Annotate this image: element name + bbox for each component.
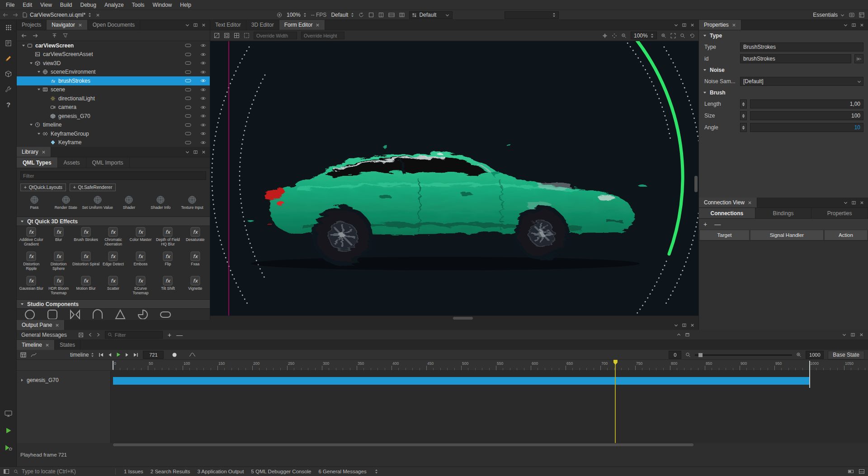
caret-down-icon[interactable] — [36, 132, 42, 136]
tree-item-genesis-g70[interactable]: genesis_G70 — [17, 112, 210, 121]
zoom-out-icon[interactable] — [685, 352, 691, 358]
triangle-icon[interactable] — [114, 310, 126, 319]
workspace-icon[interactable] — [859, 12, 864, 18]
library-item-edge-detect[interactable]: fxEdge Detect — [99, 250, 127, 275]
menu-edit[interactable]: Edit — [19, 1, 36, 9]
menu-debug[interactable]: Debug — [76, 1, 100, 9]
back-icon[interactable] — [3, 13, 8, 17]
record-indicator-icon[interactable] — [277, 12, 282, 18]
column-target[interactable]: Target — [699, 230, 750, 240]
tab-timeline[interactable]: Timeline — [17, 340, 55, 350]
library-item-render-state[interactable]: Render State — [50, 194, 82, 217]
angle-field[interactable]: 10 — [750, 123, 863, 132]
ellipse-icon[interactable] — [24, 310, 36, 319]
zoom-level-selector[interactable]: 100% — [287, 12, 307, 18]
tree-item-camera[interactable]: camera — [17, 103, 210, 112]
override-height-input[interactable] — [301, 32, 344, 39]
library-item-depth-of-field-hq-blur[interactable]: fxDepth of Field HQ Blur — [154, 226, 181, 250]
snap-margins-icon[interactable] — [224, 33, 230, 38]
mode-help[interactable]: ? — [0, 97, 17, 112]
section-type[interactable]: Type — [699, 30, 868, 41]
split-icon[interactable] — [193, 150, 198, 154]
alias-toggle-icon[interactable] — [180, 141, 196, 145]
close-icon[interactable] — [690, 323, 694, 327]
tab-text-editor[interactable]: Text Editor — [210, 20, 246, 30]
tab-connection-view[interactable]: Connection View — [699, 198, 757, 207]
statusbar-tab-5-qml-debugger-console[interactable]: 5 QML Debugger Console — [247, 469, 315, 474]
menu-file[interactable]: File — [2, 1, 19, 9]
split-icon[interactable] — [851, 333, 855, 337]
maximize-icon[interactable] — [685, 333, 689, 337]
tree-item-sceneenvironment[interactable]: sceneEnvironment — [17, 68, 210, 77]
alias-toggle-icon[interactable] — [180, 70, 196, 74]
output-channel-label[interactable]: General Messages — [21, 332, 67, 338]
caret-down-icon[interactable] — [20, 44, 26, 47]
chevron-down-icon[interactable] — [844, 23, 848, 27]
timeline-settings-icon[interactable] — [20, 352, 26, 358]
forward-icon[interactable] — [13, 13, 18, 17]
library-tab-qml-imports[interactable]: QML Imports — [86, 157, 130, 168]
debug-run-button[interactable] — [0, 444, 17, 451]
caret-down-icon[interactable] — [28, 123, 34, 127]
alias-toggle-icon[interactable] — [180, 105, 196, 109]
chevron-down-icon[interactable] — [842, 333, 846, 337]
library-item-motion-blur[interactable]: fxMotion Blur — [72, 275, 99, 299]
tree-item-carviewscreen[interactable]: carViewScreen — [17, 41, 210, 50]
next-message-icon[interactable] — [97, 333, 100, 337]
arc-icon[interactable] — [92, 310, 104, 319]
close-icon[interactable] — [202, 150, 206, 154]
noise-sample-dropdown[interactable]: [Default] — [740, 77, 863, 86]
nav-forward-icon[interactable] — [33, 33, 38, 38]
close-icon[interactable] — [690, 23, 694, 27]
chevron-down-icon[interactable] — [185, 23, 189, 27]
effects-section-header[interactable]: Qt Quick 3D Effects — [17, 217, 210, 226]
library-item-hdr-bloom-tonemap[interactable]: fxHDR Bloom Tonemap — [45, 275, 72, 299]
split-icon[interactable] — [682, 23, 686, 27]
letterbox-icon[interactable] — [388, 13, 395, 17]
visibility-eye-icon[interactable] — [196, 132, 210, 136]
tab-library[interactable]: Library — [17, 147, 51, 157]
capsule-icon[interactable] — [160, 310, 171, 319]
override-width-input[interactable] — [254, 32, 297, 39]
perspective-selector[interactable]: Essentials — [813, 12, 844, 18]
size-field[interactable]: 100 — [750, 111, 863, 120]
menu-help[interactable]: Help — [176, 1, 195, 9]
pane-updown-icon[interactable] — [375, 469, 378, 474]
track-label-genesis-g70[interactable]: genesis_G70 — [17, 374, 110, 386]
tree-item-carviewscreenasset[interactable]: carViewScreenAsset — [17, 50, 210, 59]
move-up-icon[interactable] — [52, 33, 57, 38]
play-button[interactable] — [116, 352, 121, 357]
type-field[interactable]: BrushStrokes — [740, 42, 863, 52]
tab-states[interactable]: States — [55, 340, 80, 350]
sidebar-toggle-icon[interactable] — [4, 469, 9, 474]
visibility-eye-icon[interactable] — [196, 70, 210, 74]
close-icon[interactable] — [78, 23, 82, 27]
show-bounds-icon[interactable] — [244, 33, 250, 38]
close-icon[interactable] — [42, 150, 46, 154]
library-item-shader[interactable]: Shader — [113, 194, 145, 217]
library-item-desaturate[interactable]: fxDesaturate — [182, 226, 209, 250]
tab-open-documents[interactable]: Open Documents — [88, 20, 140, 30]
alias-toggle-icon[interactable] — [180, 88, 196, 92]
caret-right-icon[interactable] — [20, 378, 24, 382]
library-tab-qml-types[interactable]: QML Types — [17, 157, 58, 168]
add-connection-button[interactable]: + — [703, 221, 707, 228]
grid-overlay-icon[interactable] — [399, 13, 405, 17]
previous-frame-icon[interactable] — [108, 353, 112, 357]
library-filter-input[interactable] — [20, 171, 206, 180]
split-icon[interactable] — [193, 23, 198, 27]
filter-icon[interactable] — [63, 33, 68, 38]
menu-view[interactable]: View — [36, 1, 56, 9]
library-item-fxaa[interactable]: fxFxaa — [182, 250, 209, 275]
selection-mode-icon[interactable] — [602, 33, 608, 38]
alias-toggle-icon[interactable] — [180, 52, 196, 57]
alias-toggle-icon[interactable] — [180, 43, 196, 47]
kit-selector[interactable] — [0, 410, 17, 417]
library-tab-assets[interactable]: Assets — [58, 157, 86, 168]
refresh-icon[interactable] — [359, 12, 364, 18]
bowtie-icon[interactable] — [69, 310, 81, 319]
menu-tools[interactable]: Tools — [128, 1, 149, 9]
tab-projects[interactable]: Projects — [17, 20, 47, 30]
split-icon[interactable] — [682, 323, 686, 327]
angle-stepper[interactable] — [740, 123, 747, 132]
